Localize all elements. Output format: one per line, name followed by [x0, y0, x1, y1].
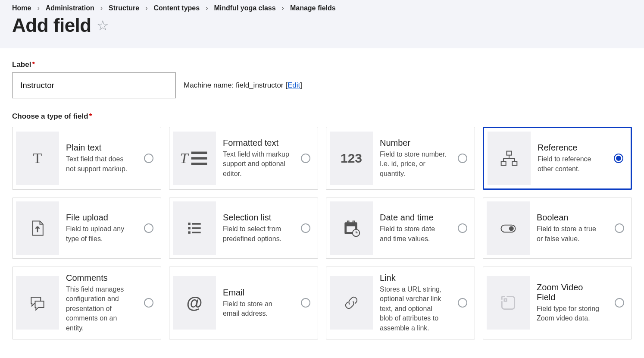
breadcrumb: Home › Administration › Structure › Cont… — [12, 4, 632, 12]
required-mark: * — [89, 112, 92, 120]
field-type-radio[interactable] — [301, 223, 310, 233]
field-type-radio[interactable] — [615, 298, 624, 308]
field-type-radio[interactable] — [458, 298, 467, 308]
field-type-title: Comments — [66, 273, 133, 283]
svg-rect-23 — [504, 299, 507, 301]
field-type-title: File upload — [66, 213, 133, 223]
field-type-card-file-upload[interactable]: File upload Field to upload any type of … — [12, 198, 161, 259]
field-type-desc: This field manages configuration and pre… — [66, 285, 133, 333]
field-type-radio[interactable] — [144, 223, 153, 233]
field-type-card-zoom-video[interactable]: Zoom Video Field Field type for storing … — [483, 267, 632, 339]
field-type-desc: Field to store an email address. — [223, 299, 290, 319]
svg-rect-12 — [188, 231, 191, 234]
field-type-grid: T Plain text Text field that does not su… — [12, 127, 632, 339]
field-type-desc: Field to store date and time values. — [380, 224, 447, 244]
field-type-title: Plain text — [66, 143, 133, 153]
breadcrumb-item-manage-fields[interactable]: Manage fields — [290, 4, 336, 12]
page-title: Add field — [12, 15, 91, 36]
reference-icon — [488, 132, 531, 185]
field-type-radio[interactable] — [144, 154, 153, 163]
field-type-desc: Text field that does not support markup. — [66, 154, 133, 174]
breadcrumb-separator: › — [100, 4, 103, 12]
field-type-desc: Field type for storing Zoom video data. — [537, 304, 604, 323]
field-type-radio[interactable] — [458, 154, 467, 163]
field-type-title: Number — [380, 138, 447, 148]
field-type-title: Email — [223, 288, 290, 298]
breadcrumb-separator: › — [145, 4, 147, 12]
svg-rect-11 — [188, 227, 191, 229]
svg-rect-15 — [192, 232, 201, 233]
number-icon: 123 — [330, 132, 373, 185]
breadcrumb-item-mindful-yoga-class[interactable]: Mindful yoga class — [214, 4, 275, 12]
field-type-card-comments[interactable]: Comments This field manages configuratio… — [12, 267, 161, 339]
field-type-card-selection-list[interactable]: Selection list Field to select from pred… — [169, 198, 318, 259]
field-type-title: Zoom Video Field — [537, 283, 604, 302]
field-type-card-number[interactable]: 123 Number Field to store number. I.e. i… — [326, 127, 475, 190]
breadcrumb-item-structure[interactable]: Structure — [109, 4, 139, 12]
svg-rect-3 — [507, 151, 512, 155]
field-type-desc: Text field with markup support and optio… — [223, 150, 290, 179]
content-region: Label* Machine name: field_instructor [E… — [0, 48, 644, 352]
formatted-text-icon: T — [173, 132, 216, 185]
field-type-title: Reference — [538, 143, 603, 153]
field-type-desc: Field to upload any type of files. — [66, 224, 133, 244]
comments-icon — [16, 276, 59, 330]
breadcrumb-separator: › — [282, 4, 284, 12]
favorite-star-icon[interactable]: ☆ — [97, 17, 109, 34]
field-type-desc: Field to select from predefined options. — [223, 224, 290, 244]
selection-list-icon — [173, 201, 216, 255]
choose-type-label: Choose a type of field* — [12, 112, 632, 121]
field-type-title: Date and time — [380, 213, 447, 223]
field-type-card-formatted-text[interactable]: T Formatted text Text field with markup … — [169, 127, 318, 190]
email-icon: @ — [173, 276, 216, 330]
svg-rect-10 — [188, 223, 191, 225]
breadcrumb-separator: › — [37, 4, 39, 12]
field-type-radio[interactable] — [614, 154, 623, 163]
boolean-icon — [487, 201, 530, 255]
svg-rect-4 — [501, 161, 506, 165]
breadcrumb-separator: › — [206, 4, 208, 12]
plain-text-icon: T — [16, 132, 59, 185]
field-type-radio[interactable] — [615, 223, 624, 233]
field-type-radio[interactable] — [301, 298, 310, 308]
svg-rect-14 — [192, 227, 201, 229]
breadcrumb-item-administration[interactable]: Administration — [46, 4, 94, 12]
field-type-title: Link — [380, 273, 447, 283]
field-type-title: Formatted text — [223, 138, 290, 148]
field-type-desc: Field to store a true or false value. — [537, 224, 604, 244]
breadcrumb-item-home[interactable]: Home — [12, 4, 31, 12]
file-upload-icon — [16, 201, 59, 255]
field-type-card-date-time[interactable]: Date and time Field to store date and ti… — [326, 198, 475, 259]
field-type-card-plain-text[interactable]: T Plain text Text field that does not su… — [12, 127, 161, 190]
header-region: Home › Administration › Structure › Cont… — [0, 0, 644, 48]
field-type-desc: Field to reference other content. — [538, 154, 603, 174]
field-type-card-link[interactable]: Link Stores a URL string, optional varch… — [326, 267, 475, 339]
label-input[interactable] — [12, 72, 176, 98]
link-icon — [330, 276, 373, 330]
field-type-title: Selection list — [223, 213, 290, 223]
label-field-label: Label* — [12, 60, 632, 69]
svg-point-22 — [509, 226, 514, 231]
machine-name-edit-link[interactable]: Edit — [288, 81, 300, 89]
field-type-title: Boolean — [537, 213, 604, 223]
date-time-icon — [330, 201, 373, 255]
field-type-radio[interactable] — [458, 223, 467, 233]
machine-name-text: Machine name: field_instructor [Edit] — [184, 81, 302, 90]
field-type-radio[interactable] — [301, 154, 310, 163]
svg-rect-5 — [512, 161, 517, 165]
field-type-card-boolean[interactable]: Boolean Field to store a true or false v… — [483, 198, 632, 259]
field-type-card-email[interactable]: @ Email Field to store an email address. — [169, 267, 318, 339]
field-type-desc: Field to store number. I.e. id, price, o… — [380, 150, 447, 179]
zoom-video-icon — [487, 276, 530, 330]
required-mark: * — [32, 60, 35, 69]
field-type-radio[interactable] — [144, 298, 153, 308]
field-type-card-reference[interactable]: Reference Field to reference other conte… — [483, 127, 632, 190]
field-type-desc: Stores a URL string, optional varchar li… — [380, 285, 447, 333]
svg-rect-13 — [192, 223, 201, 225]
breadcrumb-item-content-types[interactable]: Content types — [153, 4, 200, 12]
